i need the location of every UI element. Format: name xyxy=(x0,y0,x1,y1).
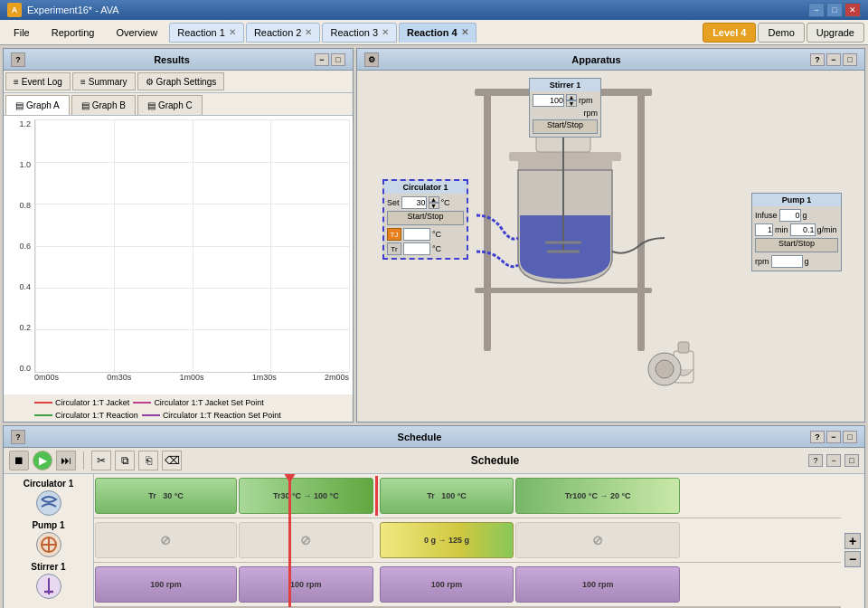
sched-help-btn2[interactable]: ? xyxy=(808,454,823,467)
pump-seg-3[interactable]: 0 g → 125 g xyxy=(380,522,514,559)
graph-b-tab[interactable]: ▤ Graph B xyxy=(71,95,136,115)
app-title: Experiment16* - AVA xyxy=(27,5,808,15)
graph-a-tab[interactable]: ▤ Graph A xyxy=(5,95,70,115)
reaction4-close[interactable]: ✕ xyxy=(461,27,468,37)
stir-seg-2[interactable]: 100 rpm xyxy=(239,566,373,603)
legend-color-2 xyxy=(133,402,151,404)
apparatus-title: Apparatus xyxy=(382,54,810,65)
stop-button[interactable]: ⏹ xyxy=(9,451,29,470)
circulator-start-stop-btn[interactable]: Start/Stop xyxy=(387,211,464,225)
circ-seg-3[interactable]: Tr 100 °C xyxy=(380,478,514,515)
time-marker-circ xyxy=(375,476,378,515)
reaction3-close[interactable]: ✕ xyxy=(382,27,389,37)
pump-rpm-input[interactable] xyxy=(771,255,803,268)
pump-rpm-label: rpm xyxy=(755,257,769,266)
main-area: ? Results − □ ≡ Event Log ≡ Summary ⚙ Gr… xyxy=(0,45,868,425)
apparatus-help-btn[interactable]: ? xyxy=(810,53,825,66)
pump-infuse-input[interactable] xyxy=(779,209,801,222)
skip-button[interactable]: ⏭ xyxy=(56,451,76,470)
apparatus-maximize-btn[interactable]: □ xyxy=(843,53,857,66)
add-segment-button[interactable]: + xyxy=(844,533,861,549)
graph-settings-button[interactable]: ⚙ Graph Settings xyxy=(137,72,225,90)
maximize-button[interactable]: □ xyxy=(826,3,843,17)
copy-button[interactable]: ⧉ xyxy=(115,451,135,470)
results-help-icon[interactable]: ? xyxy=(11,52,25,67)
tj-value-input[interactable] xyxy=(403,228,430,241)
reaction1-tab[interactable]: Reaction 1 ✕ xyxy=(169,23,244,43)
schedule-minimize-btn[interactable]: − xyxy=(826,431,841,443)
demo-button[interactable]: Demo xyxy=(758,23,804,43)
results-minimize-btn[interactable]: − xyxy=(315,53,329,66)
circulator-up-btn[interactable]: ▲ xyxy=(429,196,439,203)
pump-seg-4[interactable]: ⊘ xyxy=(515,522,680,559)
stirrer-up-btn[interactable]: ▲ xyxy=(566,94,577,100)
upgrade-button[interactable]: Upgrade xyxy=(807,23,864,43)
stirrer-rpm-input[interactable] xyxy=(533,94,564,107)
stirrer-timeline-row: 100 rpm 100 rpm 100 rpm 100 rpm xyxy=(94,563,841,607)
paste-button[interactable]: ⎗ xyxy=(138,451,158,470)
reaction2-close[interactable]: ✕ xyxy=(305,27,312,37)
circ-seg-1[interactable]: Tr 30 °C xyxy=(95,478,237,515)
chart-legend: Circulator 1:T Jacket Circulator 1:T Jac… xyxy=(4,394,353,422)
pump-rate-input1[interactable] xyxy=(755,223,773,236)
device-circulator-label: Circulator 1 xyxy=(24,479,74,489)
stirrer-down-btn[interactable]: ▼ xyxy=(566,100,577,107)
circ-seg-2[interactable]: Tr30 °C → 100 °C xyxy=(239,478,373,515)
results-maximize-btn[interactable]: □ xyxy=(331,53,345,66)
tr-value-input[interactable] xyxy=(403,242,430,255)
reaction2-tab[interactable]: Reaction 2 ✕ xyxy=(246,23,321,43)
pump-rate-input2[interactable] xyxy=(790,223,816,236)
pump-start-stop-btn[interactable]: Start/Stop xyxy=(755,238,838,252)
play-button[interactable]: ▶ xyxy=(33,451,52,470)
schedule-maximize-btn[interactable]: □ xyxy=(843,431,857,443)
summary-button[interactable]: ≡ Summary xyxy=(72,72,136,90)
tr-button[interactable]: Tr xyxy=(387,242,401,255)
cut-button[interactable]: ✂ xyxy=(91,451,111,470)
delete-button[interactable]: ⌫ xyxy=(162,451,182,470)
circulator-set-input[interactable] xyxy=(401,196,427,209)
schedule-content: Circulator 1 Pump 1 Stirrer 1 xyxy=(4,474,864,608)
stirrer-start-stop-btn[interactable]: Start/Stop xyxy=(533,119,598,134)
circ-seg-4[interactable]: Tr100 °C → 20 °C xyxy=(515,478,680,515)
apparatus-settings-icon[interactable]: ⚙ xyxy=(364,52,379,67)
circulator-panel: Circulator 1 Set ▲ ▼ °C Start/Stop TJ °C xyxy=(382,179,468,260)
graph-c-tab[interactable]: ▤ Graph C xyxy=(137,95,203,115)
results-panel-btns: − □ xyxy=(315,53,345,66)
stir-seg-1[interactable]: 100 rpm xyxy=(95,566,237,603)
schedule-sidebar: Circulator 1 Pump 1 Stirrer 1 xyxy=(4,474,94,608)
stir-seg-3[interactable]: 100 rpm xyxy=(380,566,514,603)
pump-seg-2[interactable]: ⊘ xyxy=(239,522,373,559)
remove-segment-button[interactable]: − xyxy=(844,551,861,567)
overview-menu[interactable]: Overview xyxy=(106,23,167,43)
add-remove-buttons: + − xyxy=(841,529,864,571)
circulator-down-btn[interactable]: ▼ xyxy=(429,203,439,209)
reaction4-tab[interactable]: Reaction 4 ✕ xyxy=(399,23,476,43)
stir-gap xyxy=(375,565,378,603)
schedule-title: Schedule xyxy=(29,432,810,442)
pump-seg-1[interactable]: ⊘ xyxy=(95,522,237,559)
time-marker-arrow xyxy=(284,474,295,483)
reporting-menu[interactable]: Reporting xyxy=(42,23,105,43)
close-button[interactable]: ✕ xyxy=(844,3,861,17)
apparatus-minimize-btn[interactable]: − xyxy=(826,53,841,66)
sched-max-btn[interactable]: □ xyxy=(844,454,859,467)
tr-unit: °C xyxy=(432,244,441,253)
reaction3-tab[interactable]: Reaction 3 ✕ xyxy=(322,23,397,43)
level-button[interactable]: Level 4 xyxy=(703,23,756,43)
stir-seg-4[interactable]: 100 rpm xyxy=(515,566,680,603)
event-log-button[interactable]: ≡ Event Log xyxy=(5,72,71,90)
stirrer-rpm-row: ▲ ▼ rpm xyxy=(533,94,598,107)
legend-item-1: Circulator 1:T Jacket xyxy=(34,398,129,407)
reaction1-close[interactable]: ✕ xyxy=(229,27,236,37)
circulator-spin-btns: ▲ ▼ xyxy=(429,196,439,209)
infuse-label: Infuse xyxy=(755,211,778,220)
minimize-button[interactable]: − xyxy=(808,3,825,17)
schedule-help-icon[interactable]: ? xyxy=(11,430,25,444)
tj-button[interactable]: TJ xyxy=(387,228,401,241)
file-menu[interactable]: File xyxy=(4,23,40,43)
schedule-help-btn[interactable]: ? xyxy=(810,431,825,443)
schedule-timeline: Tr 30 °C Tr30 °C → 100 °C Tr 100 °C Tr10… xyxy=(94,474,841,608)
pump-min-label: min xyxy=(775,225,788,234)
sched-min-btn[interactable]: − xyxy=(826,454,841,467)
results-panel: ? Results − □ ≡ Event Log ≡ Summary ⚙ Gr… xyxy=(3,48,354,423)
